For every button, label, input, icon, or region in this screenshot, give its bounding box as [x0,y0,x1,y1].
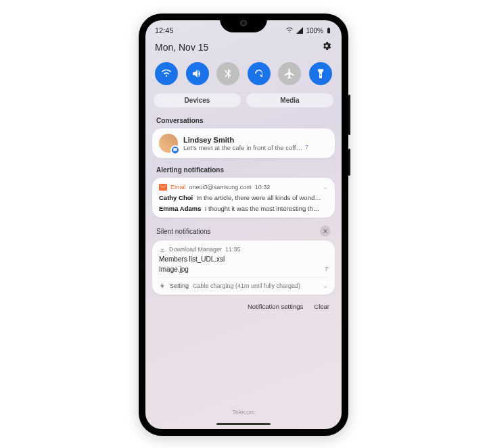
chevron-down-icon[interactable]: ⌄ [323,183,328,191]
nav-handle[interactable] [216,423,271,425]
close-icon [323,228,328,234]
alerting-notification[interactable]: Email oneui3@samsung.com 10:32 ⌄ Cathy C… [152,178,335,218]
svg-rect-1 [328,28,329,28]
battery-icon [325,26,332,35]
qs-wifi-toggle[interactable] [155,62,178,85]
clear-all-button[interactable]: Clear [314,303,329,310]
panel-pills: Devices Media [145,91,342,113]
setting-text: Cable charging (41m until fully charged) [193,282,300,289]
svg-rect-0 [327,28,330,34]
setting-app: Setting [170,282,189,289]
notification-footer: Notification settings Clear [145,299,342,314]
download-icon [159,246,166,253]
chevron-down-icon[interactable]: ⌄ [323,282,328,289]
silent-notification-group[interactable]: Download Manager 11:35 Members list_UDL.… [152,241,335,295]
wifi-icon [160,68,172,80]
alert-item-1: Cathy Choi In the article, there were al… [159,194,328,201]
alerting-header: Alerting notifications [145,162,342,176]
dismiss-silent-button[interactable] [320,226,331,237]
qs-sound-toggle[interactable] [186,62,209,85]
carrier-label: Telecom [145,409,342,416]
quick-settings-row [145,59,342,91]
download-file-2: Image.jpg7 [159,266,328,273]
qs-rotate-toggle[interactable] [248,62,271,85]
volume-rocker [348,95,350,135]
status-time: 12:45 [155,26,174,34]
speaker-icon [191,68,204,80]
date-row: Mon, Nov 15 [145,38,342,59]
bolt-icon [159,282,166,289]
screen: 12:45 100% Mon, Nov 15 Devices Medi [145,20,342,429]
status-right: 100% [285,26,332,35]
airplane-icon [283,68,296,80]
alert-app: Email [170,184,186,191]
gear-icon [321,41,332,51]
conversation-preview: Let's meet at the cafe in front of the c… [183,144,302,151]
settings-gear-button[interactable] [321,41,332,54]
messages-app-badge [170,145,180,155]
signal-status-icon [296,26,304,34]
power-button [348,149,350,176]
alert-header: Email oneui3@samsung.com 10:32 ⌄ [159,183,328,191]
alert-sender: oneui3@samsung.com [189,184,252,191]
conversation-sender: Lindsey Smith [183,136,328,144]
notch [220,20,267,32]
phone-frame: 12:45 100% Mon, Nov 15 Devices Medi [139,14,348,436]
email-icon [159,184,167,191]
charging-notification[interactable]: Setting Cable charging (41m until fully … [159,277,328,289]
date-label: Mon, Nov 15 [155,42,208,53]
front-camera [240,20,247,26]
download-header: Download Manager 11:35 [159,246,328,253]
chat-icon [172,147,178,153]
devices-pill[interactable]: Devices [154,93,241,107]
conversations-header: Conversations [145,113,342,127]
download-time: 11:35 [225,246,241,253]
silent-header-row: Silent notifications [145,222,342,239]
bluetooth-icon [222,68,234,80]
battery-pct: 100% [306,27,323,34]
conversation-count: 7 [305,144,308,151]
wifi-status-icon [285,26,294,34]
contact-avatar [159,134,178,153]
conversation-text: Lindsey Smith Let's meet at the cafe in … [183,136,328,151]
alert-item-2: Emma Adams I thought it was the most int… [159,205,328,212]
qs-bluetooth-toggle[interactable] [216,62,239,85]
qs-airplane-toggle[interactable] [278,62,301,85]
rotate-icon [253,68,265,80]
media-pill[interactable]: Media [246,93,333,107]
flashlight-icon [315,68,326,79]
alert-time: 10:32 [255,184,271,191]
download-file-1: Members list_UDL.xsl [159,255,328,263]
conversation-notification[interactable]: Lindsey Smith Let's meet at the cafe in … [152,128,335,158]
notification-settings-link[interactable]: Notification settings [248,303,303,310]
download-app: Download Manager [169,246,222,253]
qs-flashlight-toggle[interactable] [309,62,332,85]
silent-header: Silent notifications [156,228,211,235]
